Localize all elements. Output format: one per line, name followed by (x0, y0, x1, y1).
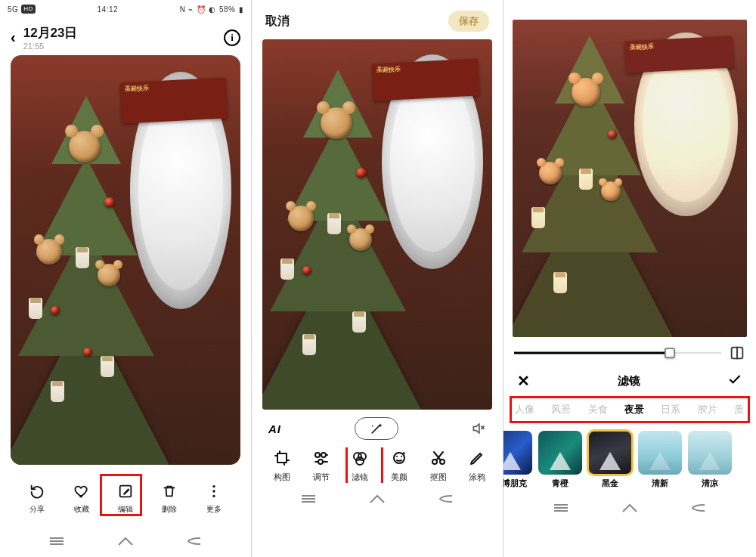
alarm-icon: ⏰ (197, 5, 206, 14)
adjust-label: 调节 (313, 472, 330, 483)
filter-panel-header: ✕ 滤镜 (503, 366, 756, 396)
edit-icon (116, 481, 135, 501)
photo-time: 21:55 (23, 42, 216, 51)
crop-button[interactable]: 构图 (262, 447, 302, 483)
filter-category[interactable]: 质 (734, 403, 745, 416)
compare-button[interactable] (729, 345, 745, 361)
nav-back-button[interactable] (435, 488, 457, 509)
cutout-button[interactable]: 抠图 (419, 447, 458, 483)
beauty-icon (389, 447, 410, 469)
svg-point-2 (212, 490, 215, 492)
filter-thumb-qingxin[interactable]: 清新 (638, 431, 682, 489)
filter-button[interactable]: 滤镜 (340, 447, 380, 483)
info-button[interactable]: i (224, 29, 240, 46)
photo-header: ‹ 12月23日 21:55 i (0, 18, 251, 55)
battery-pct: 58% (219, 5, 236, 14)
filter-thumbnails: 赛博朋克青橙黑金清新清凉 (503, 423, 756, 492)
edit-quickrow: AI (252, 410, 503, 443)
hd-badge: HD (21, 5, 36, 14)
nav-home-button[interactable] (115, 531, 136, 552)
apply-filter-button[interactable] (727, 372, 742, 390)
pane-edit-mode: 取消 保存 圣诞快乐 (252, 0, 503, 557)
trash-icon (160, 481, 179, 501)
svg-rect-10 (277, 453, 287, 463)
mute-icon[interactable] (471, 421, 486, 436)
svg-point-18 (396, 456, 398, 457)
filter-category[interactable]: 风景 (551, 403, 571, 416)
edit-toolbar: 构图 调节 滤镜 美颜 抠图 涂鸦 (262, 447, 497, 483)
back-button[interactable]: ‹ (11, 29, 16, 46)
sparkle-icon (369, 421, 384, 436)
nav-home-button[interactable] (619, 497, 640, 518)
dnd-icon: ◐ (209, 5, 216, 14)
filter-label: 滤镜 (352, 472, 368, 483)
svg-point-7 (372, 425, 373, 427)
nav-back-button[interactable] (184, 531, 205, 552)
pencil-icon (466, 447, 488, 469)
more-button[interactable]: 更多 (196, 481, 232, 515)
photo-viewport[interactable]: 圣诞快乐 (11, 55, 240, 465)
status-bar: 5G HD 14:12 N ⌁ ⏰ ◐ 58% ▮ (0, 0, 251, 18)
crop-label: 构图 (274, 472, 290, 483)
more-label: 更多 (206, 504, 222, 515)
beauty-label: 美颜 (391, 472, 407, 483)
share-button[interactable]: 分享 (19, 481, 55, 515)
save-button[interactable]: 保存 (448, 11, 489, 32)
cancel-button[interactable]: 取消 (265, 14, 290, 29)
crop-icon (271, 447, 293, 469)
filter-icon (349, 447, 370, 469)
filter-preview[interactable]: 圣诞快乐 (513, 20, 747, 337)
edit-photo-viewport[interactable]: 圣诞快乐 (262, 39, 492, 410)
adjust-button[interactable]: 调节 (302, 447, 341, 483)
filter-title: 滤镜 (618, 374, 640, 388)
favorite-label: 收藏 (74, 504, 89, 515)
filter-category[interactable]: 日系 (661, 403, 680, 416)
photo-date: 12月23日 (23, 24, 216, 42)
filter-thumb-heijin[interactable]: 黑金 (588, 431, 632, 489)
edit-label: 编辑 (118, 504, 133, 515)
filter-thumb-qing[interactable]: 青橙 (538, 431, 582, 489)
filter-thumb-label: 清新 (652, 478, 668, 489)
draw-label: 涂鸦 (469, 472, 485, 483)
magic-enhance-button[interactable] (355, 417, 398, 440)
pane-filter-picker: 圣诞快乐 (503, 0, 756, 557)
system-navbar (503, 492, 756, 524)
more-icon (204, 481, 224, 501)
close-filter-button[interactable]: ✕ (517, 372, 530, 390)
draw-button[interactable]: 涂鸦 (457, 447, 497, 483)
filter-thumb-label: 赛博朋克 (503, 478, 527, 489)
ai-button[interactable]: AI (268, 422, 281, 435)
intensity-row (503, 337, 756, 366)
edit-header: 取消 保存 (252, 0, 503, 38)
cutout-label: 抠图 (430, 472, 447, 483)
share-icon (27, 481, 47, 501)
filter-thumb-label: 黑金 (602, 478, 618, 489)
delete-button[interactable]: 删除 (151, 481, 187, 515)
filter-thumb-qingliang[interactable]: 清凉 (688, 431, 732, 489)
svg-point-17 (394, 453, 404, 463)
intensity-slider[interactable] (514, 345, 721, 361)
filter-category[interactable]: 美食 (588, 403, 608, 416)
filter-category[interactable]: 夜景 (624, 403, 644, 416)
filter-category[interactable]: 胶片 (698, 403, 717, 416)
share-label: 分享 (29, 504, 45, 515)
battery-icon: ▮ (239, 5, 244, 14)
nav-back-button[interactable] (688, 497, 709, 518)
favorite-button[interactable]: 收藏 (64, 481, 100, 515)
svg-point-1 (212, 485, 215, 487)
signal-label: 5G (8, 5, 18, 14)
cutout-icon (428, 447, 449, 469)
status-time: 14:12 (98, 5, 119, 14)
pane-gallery-view: 5G HD 14:12 N ⌁ ⏰ ◐ 58% ▮ ‹ 12月23日 21:55… (0, 0, 252, 557)
beauty-button[interactable]: 美颜 (380, 447, 419, 483)
gallery-toolbar: 分享 收藏 编辑 删除 更多 (11, 474, 240, 521)
nav-recent-button[interactable] (550, 497, 572, 518)
nav-recent-button[interactable] (298, 488, 319, 509)
edit-button[interactable]: 编辑 (107, 481, 144, 515)
nav-recent-button[interactable] (46, 531, 67, 552)
filter-thumb-cyber[interactable]: 赛博朋克 (503, 431, 532, 489)
filter-thumb-label: 青橙 (552, 478, 569, 489)
nav-home-button[interactable] (367, 488, 388, 509)
bluetooth-icon: ⌁ (188, 5, 194, 14)
filter-category[interactable]: 人像 (515, 403, 534, 416)
